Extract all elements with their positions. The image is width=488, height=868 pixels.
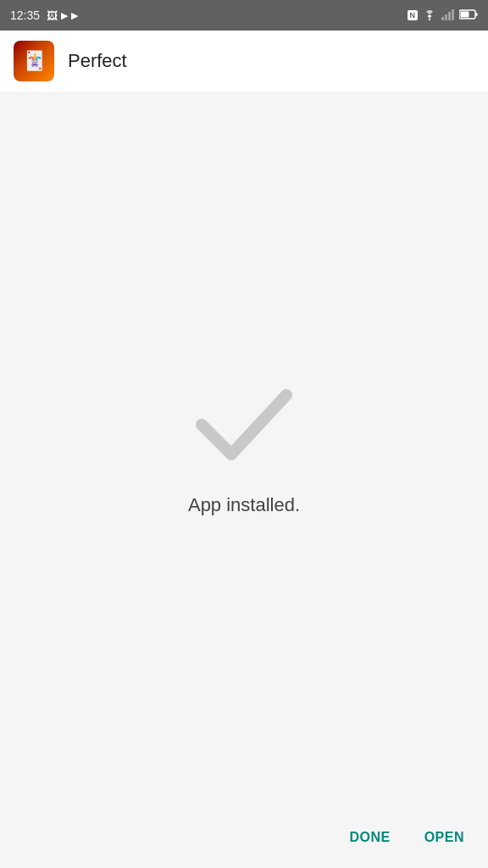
svg-rect-4 xyxy=(452,9,454,20)
checkmark-container xyxy=(193,382,295,467)
svg-point-0 xyxy=(429,18,430,19)
youtube-icon: ▶ xyxy=(61,10,68,21)
installed-message: App installed. xyxy=(188,494,300,516)
play-icon: ▶ xyxy=(71,10,78,21)
status-bar-right: N xyxy=(408,8,479,23)
done-button[interactable]: DONE xyxy=(346,823,393,852)
app-icon: 🃏 xyxy=(14,41,54,81)
status-bar: 12:35 🖼 ▶ ▶ N xyxy=(0,0,488,31)
status-time: 12:35 xyxy=(10,8,40,22)
center-area: App installed. xyxy=(188,92,300,807)
app-bar: 🃏 Perfect xyxy=(0,31,488,92)
main-content: App installed. DONE OPEN xyxy=(0,92,488,868)
svg-rect-3 xyxy=(448,12,451,20)
nfc-icon: N xyxy=(408,10,419,20)
gallery-icon: 🖼 xyxy=(47,9,58,22)
open-button[interactable]: OPEN xyxy=(421,823,468,852)
svg-rect-2 xyxy=(445,14,447,20)
app-icon-image: 🃏 xyxy=(23,50,46,72)
status-bar-notification-icons: 🖼 ▶ ▶ xyxy=(47,9,78,22)
app-title: Perfect xyxy=(68,50,127,72)
signal-icon xyxy=(441,8,455,23)
svg-rect-1 xyxy=(441,17,444,20)
svg-rect-6 xyxy=(461,11,469,17)
battery-icon xyxy=(459,9,478,22)
status-bar-left: 12:35 🖼 ▶ ▶ xyxy=(10,8,78,22)
wifi-icon xyxy=(422,8,437,23)
bottom-buttons: DONE OPEN xyxy=(0,807,488,868)
checkmark-icon xyxy=(193,382,295,467)
svg-rect-7 xyxy=(476,13,478,16)
